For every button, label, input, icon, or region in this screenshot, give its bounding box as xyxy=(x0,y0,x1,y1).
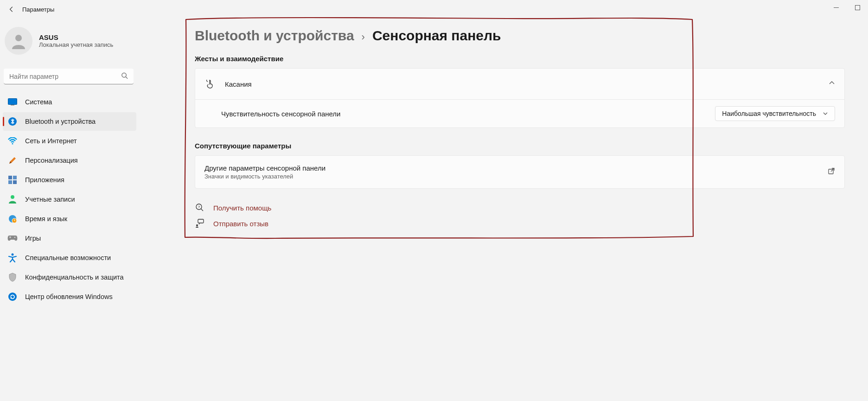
nav-label: Учетные записи xyxy=(25,196,75,203)
feedback-icon xyxy=(195,218,205,229)
svg-rect-1 xyxy=(855,5,860,10)
svg-line-4 xyxy=(126,77,128,79)
other-title: Другие параметры сенсорной панели xyxy=(204,164,828,172)
card-touch: Касания Чувствительность сенсорной панел… xyxy=(195,68,845,128)
nav-label: Центр обновления Windows xyxy=(25,293,113,300)
avatar xyxy=(5,27,32,55)
nav-label: Игры xyxy=(25,235,41,242)
sidebar-item-time[interactable]: Время и язык xyxy=(3,210,136,228)
sidebar-item-personalization[interactable]: Персонализация xyxy=(3,151,136,170)
feedback-label: Отправить отзыв xyxy=(213,220,268,228)
nav-label: Время и язык xyxy=(25,215,67,223)
svg-rect-10 xyxy=(13,176,17,179)
breadcrumb: Bluetooth и устройства › Сенсорная панел… xyxy=(195,28,845,44)
apps-icon xyxy=(7,175,18,185)
minimize-button[interactable] xyxy=(825,0,847,15)
back-button[interactable] xyxy=(5,2,19,16)
external-link-icon xyxy=(828,167,835,177)
nav-label: Система xyxy=(25,98,52,106)
system-icon xyxy=(7,97,18,107)
sidebar-item-bluetooth[interactable]: Bluetooth и устройства xyxy=(3,112,136,131)
arrow-left-icon xyxy=(8,6,15,13)
svg-rect-5 xyxy=(8,99,17,105)
maximize-button[interactable] xyxy=(847,0,868,15)
breadcrumb-parent[interactable]: Bluetooth и устройства xyxy=(195,28,354,44)
section-gestures: Жесты и взаимодействие xyxy=(195,55,845,63)
get-help-label: Получить помощь xyxy=(213,204,271,212)
brush-icon xyxy=(7,155,18,165)
wifi-icon xyxy=(7,136,18,146)
row-other-settings[interactable]: Другие параметры сенсорной панели Значки… xyxy=(195,156,844,188)
svg-line-25 xyxy=(201,209,203,211)
page-title: Сенсорная панель xyxy=(372,28,501,44)
profile-block[interactable]: ASUS Локальная учетная запись xyxy=(3,19,136,66)
window-title: Параметры xyxy=(22,6,54,13)
svg-rect-27 xyxy=(198,219,204,223)
accounts-icon xyxy=(7,194,18,204)
svg-rect-12 xyxy=(13,180,17,184)
svg-rect-9 xyxy=(8,176,12,179)
nav-label: Приложения xyxy=(25,176,64,184)
sidebar-item-update[interactable]: Центр обновления Windows xyxy=(3,287,136,306)
minimize-icon xyxy=(834,5,839,10)
nav-label: Сеть и Интернет xyxy=(25,137,77,145)
nav-label: Персонализация xyxy=(25,157,78,164)
profile-name: ASUS xyxy=(39,33,113,41)
svg-point-18 xyxy=(14,237,16,238)
update-icon xyxy=(7,292,18,302)
sidebar: ASUS Локальная учетная запись Система xyxy=(0,19,139,401)
touch-title: Касания xyxy=(225,80,829,88)
svg-rect-11 xyxy=(8,180,12,184)
search-input[interactable] xyxy=(4,69,134,84)
feedback-row[interactable]: Отправить отзыв xyxy=(195,218,845,229)
svg-point-3 xyxy=(122,73,126,77)
other-desc: Значки и видимость указателей xyxy=(204,173,828,180)
svg-point-21 xyxy=(12,254,14,256)
profile-subtitle: Локальная учетная запись xyxy=(39,41,113,48)
row-touch-header[interactable]: Касания xyxy=(195,69,844,99)
svg-rect-6 xyxy=(11,105,14,106)
sensitivity-dropdown[interactable]: Наибольшая чувствительность xyxy=(715,106,835,121)
accessibility-icon xyxy=(7,253,18,263)
search-icon xyxy=(121,72,128,81)
bluetooth-icon xyxy=(7,116,18,127)
user-icon xyxy=(9,32,28,50)
chevron-up-icon xyxy=(829,80,835,88)
row-sensitivity: Чувствительность сенсорной панели Наибол… xyxy=(195,99,844,127)
chevron-right-icon: › xyxy=(362,31,365,43)
nav-label: Bluetooth и устройства xyxy=(25,118,96,125)
svg-point-13 xyxy=(11,195,14,199)
clock-icon xyxy=(7,214,18,224)
get-help-row[interactable]: ? Получить помощь xyxy=(195,203,845,213)
nav-label: Конфиденциальность и защита xyxy=(25,274,124,281)
svg-point-2 xyxy=(15,35,22,41)
gamepad-icon xyxy=(7,233,18,243)
svg-text:?: ? xyxy=(198,205,200,209)
help-icon: ? xyxy=(195,203,205,213)
sidebar-item-accessibility[interactable]: Специальные возможности xyxy=(3,248,136,267)
maximize-icon xyxy=(855,5,860,10)
dropdown-value: Наибольшая чувствительность xyxy=(722,110,816,117)
svg-rect-20 xyxy=(10,236,10,238)
svg-point-8 xyxy=(12,143,13,145)
sidebar-item-gaming[interactable]: Игры xyxy=(3,229,136,248)
nav-label: Специальные возможности xyxy=(25,254,111,261)
sidebar-item-network[interactable]: Сеть и Интернет xyxy=(3,132,136,150)
chevron-down-icon xyxy=(823,111,828,116)
main-content: Bluetooth и устройства › Сенсорная панел… xyxy=(139,19,868,401)
sidebar-item-system[interactable]: Система xyxy=(3,93,136,111)
sensitivity-label: Чувствительность сенсорной панели xyxy=(221,110,715,118)
sidebar-item-apps[interactable]: Приложения xyxy=(3,171,136,189)
section-related: Сопутствующие параметры xyxy=(195,142,845,150)
touch-icon xyxy=(204,78,216,89)
card-other-settings: Другие параметры сенсорной панели Значки… xyxy=(195,155,845,189)
shield-icon xyxy=(7,272,18,282)
svg-point-22 xyxy=(8,293,17,301)
sidebar-item-accounts[interactable]: Учетные записи xyxy=(3,190,136,209)
sidebar-item-privacy[interactable]: Конфиденциальность и защита xyxy=(3,268,136,286)
svg-point-28 xyxy=(196,224,198,226)
